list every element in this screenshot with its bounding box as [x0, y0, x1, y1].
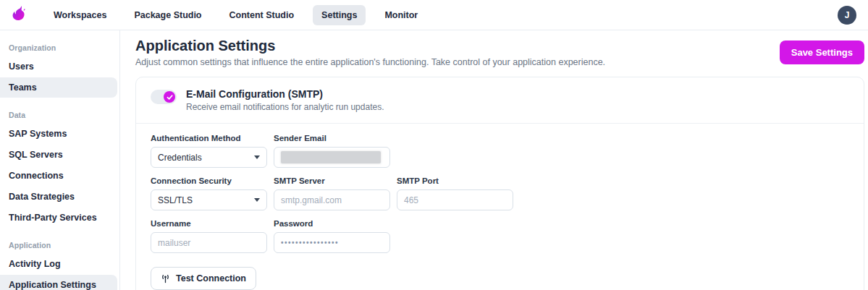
connection-security-value: SSL/TLS	[158, 195, 193, 205]
smtp-form: Authentication Method Credentials Sender…	[136, 124, 864, 290]
auth-method-label: Authentication Method	[151, 134, 267, 142]
sidebar-section-application: Application	[0, 238, 119, 253]
user-avatar[interactable]: J	[838, 6, 856, 25]
sidebar-item-sql-servers[interactable]: SQL Servers	[0, 145, 117, 165]
connection-security-label: Connection Security	[151, 176, 267, 185]
check-icon	[167, 94, 173, 101]
broadcast-antenna-icon	[161, 274, 170, 283]
sidebar-item-teams[interactable]: Teams	[0, 77, 117, 98]
auth-method-select[interactable]: Credentials	[151, 147, 267, 168]
sidebar-item-activity-log[interactable]: Activity Log	[0, 254, 117, 274]
sender-email-label: Sender Email	[274, 134, 390, 142]
brand-flame-logo-icon[interactable]	[7, 4, 29, 26]
sidebar-section-data: Data	[0, 108, 119, 123]
chevron-down-icon	[254, 198, 260, 202]
password-input[interactable]	[274, 232, 390, 253]
smtp-server-label: SMTP Server	[274, 176, 390, 185]
test-connection-button[interactable]: Test Connection	[151, 267, 256, 290]
smtp-card-description: Receive email notifications for analytic…	[186, 102, 384, 112]
test-connection-label: Test Connection	[176, 273, 246, 283]
nav-item-monitor[interactable]: Monitor	[376, 5, 426, 25]
sidebar-item-third-party-services[interactable]: Third-Party Services	[0, 208, 117, 228]
main-content: Application Settings Adjust common setti…	[120, 30, 868, 290]
auth-method-value: Credentials	[158, 153, 202, 163]
sidebar-item-connections[interactable]: Connections	[0, 166, 117, 186]
password-label: Password	[274, 219, 390, 228]
nav-item-content-studio[interactable]: Content Studio	[221, 5, 303, 25]
sidebar-item-application-settings[interactable]: Application Settings	[0, 275, 117, 290]
redacted-email-value	[281, 151, 381, 163]
chevron-down-icon	[254, 155, 260, 159]
nav-item-settings[interactable]: Settings	[313, 5, 366, 25]
toggle-knob	[164, 91, 175, 103]
page-title: Application Settings	[135, 38, 605, 54]
sender-email-field[interactable]	[274, 147, 390, 168]
username-label: Username	[151, 219, 267, 228]
sidebar-item-sap-systems[interactable]: SAP Systems	[0, 124, 117, 144]
page-subtitle: Adjust common settings that influence th…	[135, 57, 605, 67]
smtp-server-input[interactable]	[274, 189, 390, 210]
nav-item-package-studio[interactable]: Package Studio	[125, 5, 210, 25]
save-settings-button[interactable]: Save Settings	[780, 40, 864, 64]
smtp-configuration-card: E-Mail Configuration (SMTP) Receive emai…	[135, 77, 864, 290]
nav-items: Workspaces Package Studio Content Studio…	[45, 5, 426, 25]
settings-sidebar: Organization Users Teams Data SAP System…	[0, 30, 120, 290]
smtp-card-title: E-Mail Configuration (SMTP)	[186, 88, 384, 100]
sidebar-item-users[interactable]: Users	[0, 56, 117, 77]
sidebar-section-organization: Organization	[0, 40, 119, 56]
smtp-port-label: SMTP Port	[397, 176, 513, 185]
nav-item-workspaces[interactable]: Workspaces	[45, 5, 115, 25]
sidebar-item-data-strategies[interactable]: Data Strategies	[0, 187, 117, 207]
smtp-enabled-toggle[interactable]	[151, 90, 177, 104]
smtp-port-input[interactable]	[397, 189, 513, 210]
connection-security-select[interactable]: SSL/TLS	[151, 189, 267, 210]
top-nav: Workspaces Package Studio Content Studio…	[0, 0, 868, 30]
username-input[interactable]	[151, 232, 267, 253]
